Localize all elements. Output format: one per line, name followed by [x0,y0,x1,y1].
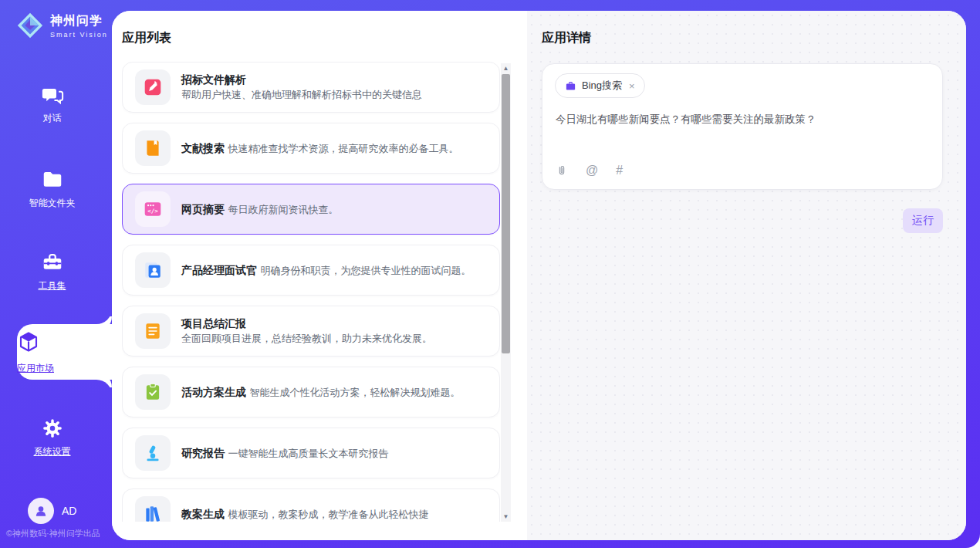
main-content: 应用列表 招标文件解析 帮助用户快速、准确地理 [112,11,966,540]
prompt-toolbar: @ # [556,164,623,177]
sidebar-item-toolbox[interactable]: 工具集 [0,251,104,292]
sidebar-item-label: 智能文件夹 [0,197,104,210]
scrollbar-thumb[interactable] [502,74,510,353]
brand-name: 神州问学 [50,13,108,29]
person-icon [33,503,49,519]
gear-icon [41,417,64,440]
app-title: 文献搜索 [181,142,225,154]
app-list-title: 应用列表 [122,30,171,46]
book-icon [143,138,163,158]
folder-icon [41,168,64,191]
app-desc: 一键智能生成高质量长文本研究报告 [228,448,388,459]
sidebar-item-label: 对话 [0,112,104,125]
sidebar-item-label: 应用市场 [17,362,112,375]
icon-tile [135,313,171,349]
icon-tile [135,69,171,105]
copyright-text: ©神州数码·神州问学出品 [6,528,112,539]
query-text[interactable]: 今日湖北有哪些新闻要点？有哪些需要关注的最新政策？ [556,112,931,127]
briefcase-icon [565,80,576,92]
sidebar-item-smart-folder[interactable]: 智能文件夹 [0,168,104,210]
app-list-scrollbar[interactable]: ▲ ▼ [501,63,511,522]
app-desc: 每日政府新闻资讯快查。 [228,204,338,215]
app-title: 产品经理面试官 [181,264,257,276]
app-card-lesson-plan[interactable]: 教案生成 模板驱动，教案秒成，教学准备从此轻松快捷 [122,488,500,522]
hash-icon[interactable]: # [616,164,623,177]
paperclip-icon[interactable] [556,164,568,177]
app-desc: 全面回顾项目进展，总结经验教训，助力未来优化发展。 [181,333,432,344]
app-title: 活动方案生成 [181,386,246,398]
user-account[interactable]: AD [28,498,76,524]
brand-diamond-icon [15,11,45,40]
tag-close-icon[interactable]: × [629,80,635,92]
icon-tile: </> [135,191,171,227]
sidebar-item-app-market[interactable]: 应用市场 [17,324,112,380]
app-desc: 快速精准查找学术资源，提高研究效率的必备工具。 [228,143,458,154]
app-screen: 神州问学 Smart Vision 对话 智能文件夹 [0,0,980,551]
app-title: 网页摘要 [181,203,225,215]
app-card-event-plan[interactable]: 活动方案生成 智能生成个性化活动方案，轻松解决规划难题。 [122,367,500,417]
interviewer-icon [143,260,163,280]
app-desc: 模板驱动，教案秒成，教学准备从此轻松快捷 [228,509,428,520]
sidebar: 神州问学 Smart Vision 对话 智能文件夹 [0,0,112,548]
app-card-project-summary[interactable]: 项目总结汇报 全面回顾项目进展，总结经验教训，助力未来优化发展。 [122,306,500,357]
mention-icon[interactable]: @ [586,164,598,177]
sidebar-item-settings[interactable]: 系统设置 [0,417,104,458]
chat-icon [41,83,64,106]
app-detail-title: 应用详情 [542,30,591,46]
clipboard-check-icon [143,382,163,402]
app-card-bid-parse[interactable]: 招标文件解析 帮助用户快速、准确地理解和解析招标书中的关键信息 [122,62,500,113]
app-card-research-report[interactable]: 研究报告 一键智能生成高质量长文本研究报告 [122,428,500,478]
sidebar-item-label: 系统设置 [0,445,104,458]
run-button[interactable]: 运行 [903,208,943,233]
app-card-pm-interviewer[interactable]: 产品经理面试官 明确身份和职责，为您提供专业性的面试问题。 [122,245,500,296]
sidebar-item-chat[interactable]: 对话 [0,83,104,125]
avatar [28,498,54,524]
app-list-panel: 应用列表 招标文件解析 帮助用户快速、准确地理 [112,11,527,540]
icon-tile [135,435,171,471]
app-title: 招标文件解析 [181,73,246,86]
edit-document-icon [143,77,163,97]
books-icon [143,504,163,522]
app-desc: 明确身份和职责，为您提供专业性的面试问题。 [260,265,471,276]
app-card-literature-search[interactable]: 文献搜索 快速精准查找学术资源，提高研究效率的必备工具。 [122,123,500,174]
icon-tile [135,130,171,166]
tool-tag-label: Bing搜索 [582,79,622,93]
app-title: 研究报告 [181,447,225,459]
app-desc: 智能生成个性化活动方案，轻松解决规划难题。 [249,387,460,398]
scroll-up-icon[interactable]: ▲ [501,63,511,73]
app-desc: 帮助用户快速、准确地理解和解析招标书中的关键信息 [181,89,422,100]
microscope-icon [143,443,163,463]
browser-code-icon: </> [143,199,163,219]
tool-tag-bing-search[interactable]: Bing搜索 × [555,73,645,98]
brand-tagline: Smart Vision [50,31,108,39]
toolbox-icon [41,251,64,274]
user-initials: AD [62,505,76,517]
notepad-icon [143,321,163,341]
app-title: 教案生成 [181,508,225,520]
app-list-scroll-area: 招标文件解析 帮助用户快速、准确地理解和解析招标书中的关键信息 文 [122,62,500,522]
app-card-web-digest[interactable]: </> 网页摘要 每日政府新闻资讯快查。 [122,184,500,235]
app-title: 项目总结汇报 [181,317,246,330]
cube-icon [17,330,40,353]
icon-tile [135,252,171,288]
icon-tile [135,374,171,410]
scroll-down-icon[interactable]: ▼ [501,512,511,522]
app-detail-panel: 应用详情 Bing搜索 × 今日湖北有哪些新闻要点？有哪些需要关注的最新政策？ … [527,11,966,540]
prompt-card[interactable]: Bing搜索 × 今日湖北有哪些新闻要点？有哪些需要关注的最新政策？ @ # [542,63,943,190]
svg-text:</>: </> [147,208,158,215]
sidebar-item-label: 工具集 [0,279,104,292]
brand-logo: 神州问学 Smart Vision [15,11,108,40]
icon-tile [135,496,171,522]
